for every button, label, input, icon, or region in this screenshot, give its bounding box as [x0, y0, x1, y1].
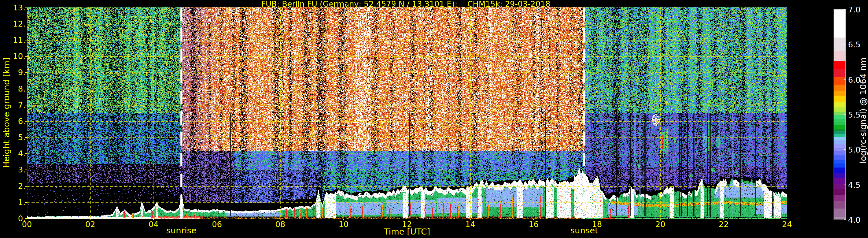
colorbar-segment	[834, 134, 845, 137]
colorbar-tick-label: 6.0	[848, 76, 861, 84]
x-tick-mark	[787, 219, 787, 220]
x-tick-label: 22	[719, 220, 728, 228]
y-tick-label: 0.	[0, 215, 26, 223]
y-tick-label: 2.	[0, 182, 26, 190]
colorbar-segment	[834, 77, 845, 84]
x-tick-label: 16	[529, 220, 538, 228]
colorbar-segment	[834, 69, 845, 77]
x-tick-mark	[533, 219, 534, 220]
y-tick-label: 13.	[0, 4, 26, 11]
x-tick-mark	[217, 219, 217, 220]
x-tick-mark	[90, 219, 91, 220]
colorbar-segment	[834, 164, 845, 168]
x-tick-label: 14	[465, 220, 475, 228]
y-tick-label: 9.	[0, 68, 26, 76]
colorbar-segment	[834, 102, 845, 108]
y-tick-mark	[25, 89, 27, 89]
x-tick-mark	[153, 219, 154, 220]
y-tick-mark	[25, 56, 27, 57]
y-tick-mark	[25, 40, 27, 40]
y-tick-mark	[25, 105, 27, 105]
y-tick-mark	[25, 24, 27, 24]
colorbar-tick-label: 4.5	[848, 181, 861, 189]
y-tick-label: 12.	[0, 20, 26, 28]
y-tick-label: 1.	[0, 198, 26, 206]
x-tick-label: 24	[782, 220, 792, 228]
y-tick-label: 10.	[0, 52, 26, 60]
y-tick-mark	[25, 186, 27, 186]
colorbar-segment	[834, 137, 845, 140]
x-tick-label: 18	[592, 220, 602, 228]
x-axis-label: Time [UTC]	[384, 228, 430, 236]
x-tick-label: 04	[149, 220, 158, 228]
ceilometer-backscatter-heatmap	[27, 7, 787, 219]
colorbar-tick-mark	[844, 79, 845, 80]
y-tick-mark	[25, 202, 27, 203]
sunrise-annotation: sunrise	[166, 227, 197, 235]
colorbar-segment	[834, 173, 845, 178]
y-tick-label: 11.	[0, 36, 26, 44]
x-tick-label: 10	[339, 220, 348, 228]
colorbar-tick-mark	[844, 219, 845, 220]
colorbar-segment	[834, 91, 845, 96]
colorbar-segment	[834, 140, 845, 144]
colorbar-tick-mark	[844, 44, 845, 45]
colorbar-tick-label: 6.5	[848, 41, 861, 48]
y-tick-mark	[25, 72, 27, 73]
colorbar-segment	[834, 178, 845, 184]
y-tick-label: 5.	[0, 133, 26, 141]
x-tick-label: 08	[275, 220, 285, 228]
x-tick-label: 12	[402, 220, 412, 228]
colorbar-segment	[834, 119, 845, 122]
y-tick-mark	[25, 7, 27, 8]
colorbar-segment	[834, 125, 845, 129]
y-tick-mark	[25, 218, 27, 219]
x-tick-mark	[343, 219, 344, 220]
colorbar-segment	[834, 168, 845, 173]
x-tick-mark	[660, 219, 661, 220]
y-tick-label: 4.	[0, 149, 26, 158]
colorbar-segment	[834, 156, 845, 160]
y-tick-mark	[25, 170, 27, 170]
colorbar-tick-mark	[844, 9, 845, 10]
colorbar-segment	[834, 160, 845, 164]
colorbar-segment	[834, 9, 845, 38]
x-tick-label: 06	[212, 220, 222, 228]
colorbar-segment	[834, 151, 845, 155]
colorbar-segment	[834, 84, 845, 91]
x-tick-mark	[597, 219, 597, 220]
colorbar-tick-mark	[844, 114, 845, 115]
colorbar-tick-label: 5.5	[848, 111, 861, 119]
colorbar-segment	[834, 129, 845, 131]
colorbar-segment	[834, 217, 845, 219]
y-tick-label: 6.	[0, 117, 26, 125]
colorbar-tick-label: 5.0	[848, 146, 861, 154]
colorbar-tick-label: 7.0	[848, 6, 861, 13]
colorbar-segment	[834, 96, 845, 102]
y-tick-mark	[25, 154, 27, 154]
x-tick-label: 20	[655, 220, 665, 228]
ceilometer-quicklook-screenshot: FUB: Berlin FU (Germany; 52.4579 N / 13.…	[0, 0, 868, 238]
y-tick-label: 3.	[0, 166, 26, 174]
y-tick-label: 8.	[0, 85, 26, 93]
colorbar-segment	[834, 131, 845, 134]
colorbar-segment	[834, 208, 845, 217]
colorbar-segment	[834, 144, 845, 148]
colorbar-segment	[834, 122, 845, 125]
colorbar-segment	[834, 189, 845, 195]
colorbar-segment	[834, 51, 845, 61]
x-tick-mark	[470, 219, 471, 220]
colorbar-tick-mark	[844, 184, 845, 185]
x-tick-mark	[723, 219, 724, 220]
y-tick-mark	[25, 121, 27, 122]
colorbar-segment	[834, 201, 845, 208]
colorbar-segment	[834, 61, 845, 69]
y-tick-mark	[25, 137, 27, 138]
colorbar-tick-label: 4.0	[848, 216, 861, 224]
colorbar-tick-mark	[844, 149, 845, 150]
x-tick-mark	[407, 219, 407, 220]
colorbar-segment	[834, 107, 845, 112]
x-tick-mark	[280, 219, 281, 220]
y-tick-label: 7.	[0, 101, 26, 109]
x-tick-label: 02	[85, 220, 95, 228]
